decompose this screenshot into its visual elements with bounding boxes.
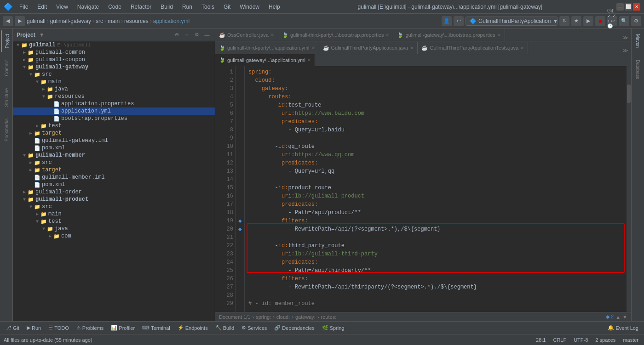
run-config-button[interactable]: ▶ — [583, 16, 593, 26]
scroll-thumb[interactable] — [627, 85, 631, 103]
close-third-tests-tab[interactable]: ✕ — [520, 45, 524, 51]
dropdown-arrow[interactable]: ▼ — [39, 32, 45, 38]
git-bottom-btn[interactable]: ⎇ Git — [2, 324, 23, 332]
sidebar-item-commit[interactable]: Commit — [1, 57, 12, 79]
back-nav-button[interactable]: ↩ — [454, 16, 464, 26]
scroll-up-btn[interactable]: ▲ — [615, 314, 621, 320]
tree-item-member-src[interactable]: ▶ 📁 src — [13, 159, 215, 166]
close-button[interactable]: ✕ — [633, 3, 640, 11]
profiler-bottom-btn[interactable]: 📊 Profiler — [107, 324, 138, 332]
close-third-yml-tab[interactable]: ✕ — [311, 45, 315, 51]
menu-run[interactable]: Run — [178, 3, 196, 11]
tree-item-product-java[interactable]: ▼ 📁 java — [13, 225, 215, 232]
breadcrumb-main[interactable]: main — [108, 18, 120, 24]
sidebar-item-project[interactable]: Project — [1, 30, 12, 52]
tree-item-resources[interactable]: ▼ 📁 resources — [13, 93, 215, 100]
spring-bottom-btn[interactable]: 🌿 Spring — [318, 324, 348, 332]
breadcrumb-src[interactable]: src — [96, 18, 103, 24]
tree-item-product-src[interactable]: ▼ 📁 src — [13, 203, 215, 210]
menu-help[interactable]: Help — [265, 3, 284, 11]
tree-item-bootstrap[interactable]: 📄 bootstrap.properties — [13, 115, 215, 122]
menu-file[interactable]: File — [16, 3, 32, 11]
tree-item-main[interactable]: ▼ 📁 main — [13, 78, 215, 85]
status-line-ending[interactable]: CRLF — [551, 337, 568, 343]
tab-gulimall-third-tests[interactable]: ☕ GulimallThirdPartyApplicationTests.jav… — [418, 42, 528, 54]
breadcrumb-gateway[interactable]: gulimall-gateway — [50, 18, 91, 24]
status-encoding[interactable]: UTF-8 — [572, 337, 590, 343]
stop-button[interactable]: ■ — [595, 16, 605, 26]
project-tree-minimize[interactable]: — — [203, 31, 211, 39]
menu-view[interactable]: View — [52, 3, 72, 11]
breadcrumb-resources[interactable]: resources — [124, 18, 149, 24]
tree-item-common[interactable]: ▶ 📁 gulimall-common — [13, 49, 215, 56]
close-bootstrap-third-tab[interactable]: ✕ — [385, 33, 389, 38]
tree-item-target[interactable]: ▶ 📁 target — [13, 130, 215, 137]
menu-build[interactable]: Build — [157, 3, 177, 11]
tree-item-gateway[interactable]: ▼ 📁 gulimall-gateway — [13, 63, 215, 71]
tree-item-app-properties[interactable]: 📄 application.properties — [13, 100, 215, 107]
project-tree-collapse[interactable]: ≡ — [183, 31, 191, 39]
breadcrumb-gulimall[interactable]: gulimall — [27, 18, 46, 24]
dropdown-icon[interactable]: ▼ — [552, 18, 558, 24]
menu-code[interactable]: Code — [104, 3, 125, 11]
tree-item-pom[interactable]: 📄 pom.xml — [13, 144, 215, 152]
code-editor[interactable]: spring: cloud: gateway: routes: - id: te… — [245, 66, 627, 312]
tree-item-gateway-iml[interactable]: 📄 gulimall-gateway.iml — [13, 137, 215, 144]
sidebar-item-structure[interactable]: Structure — [1, 85, 12, 111]
scroll-down-btn[interactable]: ▼ — [622, 314, 627, 320]
tree-item-coupon[interactable]: ▶ 📁 gulimall-coupon — [13, 56, 215, 63]
menu-edit[interactable]: Edit — [34, 3, 51, 11]
tree-item-src[interactable]: ▼ 📁 src — [13, 71, 215, 78]
project-tree-add[interactable]: ⊕ — [172, 31, 181, 39]
tree-item-member-target[interactable]: ▶ 📁 target — [13, 166, 215, 174]
tree-item-member[interactable]: ▼ 📁 gulimall-member — [13, 152, 215, 159]
breadcrumb-spring[interactable]: spring: — [256, 314, 271, 320]
menu-window[interactable]: Window — [236, 3, 263, 11]
maximize-button[interactable]: ⬜ — [625, 3, 632, 11]
status-line-col[interactable]: 28:1 — [534, 337, 547, 343]
breadcrumb-cloud[interactable]: cloud: — [276, 314, 290, 320]
event-log-btn[interactable]: 🔔 Event Log — [604, 324, 642, 332]
breadcrumb-file[interactable]: application.yml — [153, 18, 190, 24]
sidebar-item-maven[interactable]: Maven — [632, 30, 644, 51]
menu-refactor[interactable]: Refactor — [127, 3, 155, 11]
run-bottom-btn[interactable]: ▶ Run — [23, 324, 45, 332]
close-third-app-tab[interactable]: ✕ — [410, 45, 414, 51]
tab-oss-controller[interactable]: ☕ OssController.java ✕ — [215, 29, 278, 41]
tree-item-order[interactable]: ▶ 📁 gulimall-order — [13, 188, 215, 196]
dependencies-bottom-btn[interactable]: 🔗 Dependencies — [270, 324, 318, 332]
search-bar[interactable]: 🔷 GulimallThirdPartyApplication ▼ — [466, 17, 558, 26]
close-bootstrap-gateway-tab[interactable]: ✕ — [497, 33, 501, 38]
tree-item-gulimall[interactable]: ▼ 📁 gulimall E:\gulimall — [13, 41, 215, 49]
status-indent[interactable]: 2 spaces — [593, 337, 617, 343]
tab-bootstrap-third[interactable]: 🍃 gulimall-third-party\...\bootstrap.pro… — [278, 29, 394, 41]
tree-item-product-com[interactable]: ▶ 📁 com — [13, 232, 215, 240]
tab-gulimall-third-yml[interactable]: 🍃 gulimall-third-party\...\application.y… — [215, 42, 319, 54]
close-app-yml-tab[interactable]: ✕ — [307, 57, 311, 62]
status-branch[interactable]: master — [621, 337, 640, 343]
breadcrumb-gateway-key[interactable]: gateway: — [295, 314, 316, 320]
bookmark-button[interactable]: ★ — [571, 16, 581, 26]
tabs-overflow-button[interactable]: ≫ — [620, 34, 631, 41]
tree-item-product-main[interactable]: ▶ 📁 main — [13, 210, 215, 218]
project-tree-settings[interactable]: ⚙ — [193, 31, 201, 39]
tree-item-member-iml[interactable]: 📄 gulimall-member.iml — [13, 174, 215, 181]
secondary-tabs-overflow[interactable]: ≫ — [620, 47, 631, 54]
tab-application-yml[interactable]: 🍃 gulimall-gateway\...\application.yml ✕ — [215, 54, 315, 66]
forward-button[interactable]: ▶ — [15, 16, 25, 26]
tree-item-product[interactable]: ▼ 📁 gulimall-product — [13, 196, 215, 203]
menu-git[interactable]: Git — [220, 3, 234, 11]
sidebar-item-database[interactable]: Database — [632, 56, 644, 83]
menu-navigate[interactable]: Navigate — [74, 3, 103, 11]
close-oss-tab[interactable]: ✕ — [270, 33, 274, 38]
terminal-bottom-btn[interactable]: ⌨ Terminal — [138, 324, 174, 332]
back-button[interactable]: ◀ — [3, 16, 13, 26]
refresh-button[interactable]: ↻ — [559, 16, 569, 26]
scrollbar[interactable] — [627, 66, 631, 312]
todo-bottom-btn[interactable]: ☰ TODO — [45, 324, 73, 332]
endpoints-bottom-btn[interactable]: ⚡ Endpoints — [174, 324, 212, 332]
tab-bootstrap-gateway[interactable]: 🍃 gulimall-gateway\...\bootstrap.propert… — [393, 29, 505, 41]
problems-bottom-btn[interactable]: ⚠ Problems — [73, 324, 107, 332]
tree-item-member-pom[interactable]: 📄 pom.xml — [13, 181, 215, 188]
search-everywhere-button[interactable]: 🔍 — [619, 16, 629, 26]
